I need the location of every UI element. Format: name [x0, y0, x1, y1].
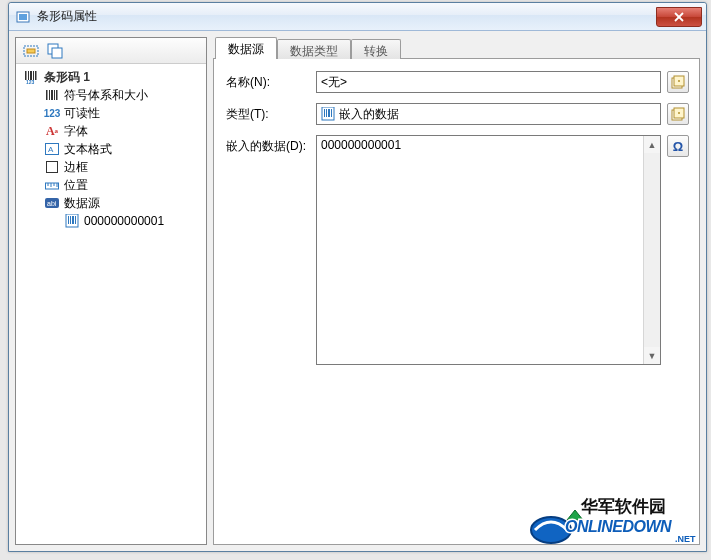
- tab-panel-datasource: 名称(N): <无> 类型(T): 嵌入的数据: [213, 58, 700, 545]
- vertical-scrollbar[interactable]: ▲ ▼: [643, 136, 660, 364]
- app-icon: [15, 9, 31, 25]
- name-edit-button[interactable]: [667, 71, 689, 93]
- svg-rect-41: [331, 109, 332, 117]
- embedded-data-value: 000000000001: [317, 136, 643, 364]
- tree-label: 数据源: [64, 195, 100, 212]
- svg-rect-16: [51, 90, 53, 100]
- watermark-line1: 华军软件园: [580, 497, 666, 516]
- svg-rect-39: [326, 109, 327, 117]
- svg-text:A: A: [48, 145, 54, 154]
- tree-root[interactable]: 123 条形码 1: [18, 68, 204, 86]
- tree-root-label: 条形码 1: [44, 69, 90, 86]
- svg-rect-38: [324, 109, 325, 117]
- row-type: 类型(T): 嵌入的数据: [226, 103, 689, 125]
- tree-item-readability[interactable]: 123 可读性: [18, 104, 204, 122]
- type-label: 类型(T):: [226, 103, 316, 123]
- tab-datatype[interactable]: 数据类型: [277, 39, 351, 59]
- num123-icon: 123: [44, 105, 60, 121]
- layers-icon: [47, 43, 63, 59]
- tree-item-font[interactable]: Aa 字体: [18, 122, 204, 140]
- close-icon: [674, 12, 684, 22]
- scroll-up-arrow[interactable]: ▲: [644, 136, 660, 153]
- toolbar-button-1[interactable]: [20, 41, 42, 61]
- tree-label: 文本格式: [64, 141, 112, 158]
- data-icon: abi: [44, 195, 60, 211]
- svg-rect-18: [56, 90, 58, 100]
- embedded-data-icon: [64, 213, 80, 229]
- tab-datasource[interactable]: 数据源: [215, 37, 277, 59]
- barcode-root-icon: 123: [24, 69, 40, 85]
- site-watermark: 华军软件园 ONLINEDOWN .NET: [525, 492, 705, 548]
- toolbar-button-2[interactable]: [44, 41, 66, 61]
- svg-rect-21: [47, 162, 58, 173]
- tab-strip: 数据源 数据类型 转换: [213, 37, 700, 59]
- row-name: 名称(N): <无>: [226, 71, 689, 93]
- tab-transform[interactable]: 转换: [351, 39, 401, 59]
- type-edit-button[interactable]: [667, 103, 689, 125]
- tree-item-textformat[interactable]: A 文本格式: [18, 140, 204, 158]
- left-toolbar: [16, 38, 206, 64]
- name-label: 名称(N):: [226, 71, 316, 91]
- font-icon: Aa: [44, 123, 60, 139]
- svg-text:abi: abi: [47, 200, 57, 207]
- tree-label: 可读性: [64, 105, 100, 122]
- border-icon: [44, 159, 60, 175]
- tree-item-position[interactable]: 位置: [18, 176, 204, 194]
- titlebar[interactable]: 条形码属性: [9, 3, 706, 31]
- tree-label: 字体: [64, 123, 88, 140]
- tree-label: 符号体系和大小: [64, 87, 148, 104]
- watermark-line2: ONLINEDOWN: [565, 518, 672, 535]
- ruler-icon: [44, 177, 60, 193]
- close-button[interactable]: [656, 7, 702, 27]
- scroll-down-arrow[interactable]: ▼: [644, 347, 660, 364]
- client-area: 123 条形码 1 符号体系和大小 123 可读性 Aa 字体 A: [9, 31, 706, 551]
- svg-rect-30: [68, 216, 69, 224]
- tree-label: 000000000001: [84, 214, 164, 228]
- svg-rect-7: [52, 48, 62, 58]
- properties-icon: [671, 75, 685, 89]
- property-tree[interactable]: 123 条形码 1 符号体系和大小 123 可读性 Aa 字体 A: [16, 64, 206, 544]
- svg-rect-15: [49, 90, 50, 100]
- tree-item-symbology[interactable]: 符号体系和大小: [18, 86, 204, 104]
- type-combo[interactable]: 嵌入的数据: [316, 103, 661, 125]
- svg-point-36: [678, 80, 680, 82]
- textbox-icon: A: [44, 141, 60, 157]
- svg-point-44: [678, 112, 680, 114]
- svg-text:123: 123: [26, 79, 35, 84]
- tree-item-border[interactable]: 边框: [18, 158, 204, 176]
- row-data: 嵌入的数据(D): 000000000001 ▲ ▼ Ω: [226, 135, 689, 365]
- embedded-data-textarea[interactable]: 000000000001 ▲ ▼: [316, 135, 661, 365]
- svg-rect-5: [27, 49, 35, 53]
- svg-rect-14: [46, 90, 48, 100]
- right-panel: 数据源 数据类型 转换 名称(N): <无> 类型(T):: [213, 37, 700, 545]
- name-input[interactable]: <无>: [316, 71, 661, 93]
- tree-label: 边框: [64, 159, 88, 176]
- type-value: 嵌入的数据: [339, 106, 399, 123]
- select-icon: [23, 43, 39, 59]
- svg-rect-32: [72, 216, 74, 224]
- svg-rect-1: [19, 14, 27, 20]
- properties-icon: [671, 107, 685, 121]
- omega-icon: Ω: [673, 139, 683, 154]
- name-value: <无>: [321, 74, 347, 91]
- window-title: 条形码属性: [37, 8, 97, 25]
- svg-rect-40: [328, 109, 330, 117]
- svg-rect-33: [75, 216, 76, 224]
- svg-rect-31: [70, 216, 71, 224]
- tree-item-datasource-value[interactable]: 000000000001: [18, 212, 204, 230]
- embedded-data-icon: [321, 107, 335, 121]
- svg-rect-12: [35, 71, 37, 80]
- left-panel: 123 条形码 1 符号体系和大小 123 可读性 Aa 字体 A: [15, 37, 207, 545]
- svg-rect-17: [54, 90, 55, 100]
- dialog-window: 条形码属性 123 条形码 1: [8, 2, 707, 552]
- omega-button[interactable]: Ω: [667, 135, 689, 157]
- tree-label: 位置: [64, 177, 88, 194]
- barcode-icon: [44, 87, 60, 103]
- tree-item-datasource[interactable]: abi 数据源: [18, 194, 204, 212]
- data-label: 嵌入的数据(D):: [226, 135, 316, 155]
- watermark-suffix: .NET: [675, 534, 696, 544]
